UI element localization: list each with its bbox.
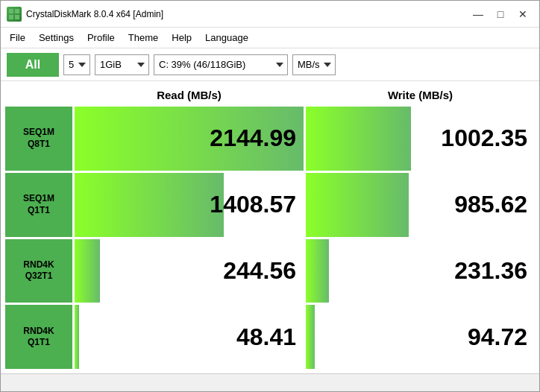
svg-rect-3 — [15, 15, 19, 19]
read-cell-1: 1408.57 — [75, 173, 304, 237]
data-row-2: RND4K Q32T1 244.56 231.36 — [5, 239, 535, 303]
data-row-3: RND4K Q1T1 48.41 94.72 — [5, 305, 535, 369]
read-cell-2: 244.56 — [75, 239, 304, 303]
menu-file[interactable]: File — [4, 30, 31, 45]
write-value-2: 231.36 — [454, 257, 527, 285]
title-controls: — □ ✕ — [468, 7, 533, 22]
read-cell-0: 2144.99 — [75, 107, 304, 171]
write-bar-2 — [306, 239, 329, 303]
row-label-2: RND4K Q32T1 — [5, 239, 72, 303]
write-bar-1 — [306, 173, 409, 237]
label-col-header — [5, 86, 72, 104]
write-cell-3: 94.72 — [306, 305, 535, 369]
row-label-1: SEQ1M Q1T1 — [5, 173, 72, 237]
read-bar-1 — [75, 173, 224, 237]
svg-rect-2 — [9, 15, 13, 19]
title-bar-left: CrystalDiskMark 8.0.4 x64 [Admin] — [7, 7, 163, 22]
write-bar-3 — [306, 305, 315, 369]
window-title: CrystalDiskMark 8.0.4 x64 [Admin] — [26, 9, 163, 19]
drive-select[interactable]: C: 39% (46/118GiB) — [154, 54, 288, 75]
write-cell-0: 1002.35 — [306, 107, 535, 171]
menu-bar: File Settings Profile Theme Help Languag… — [1, 28, 539, 48]
menu-theme[interactable]: Theme — [122, 30, 164, 45]
maximize-button[interactable]: □ — [490, 7, 511, 22]
app-icon — [7, 7, 22, 22]
write-bar-0 — [306, 107, 411, 171]
data-row-1: SEQ1M Q1T1 1408.57 985.62 — [5, 173, 535, 237]
close-button[interactable]: ✕ — [512, 7, 533, 22]
menu-help[interactable]: Help — [166, 30, 198, 45]
row-label-3: RND4K Q1T1 — [5, 305, 72, 369]
read-value-3: 48.41 — [236, 323, 296, 351]
read-bar-2 — [75, 239, 100, 303]
minimize-button[interactable]: — — [468, 7, 489, 22]
write-value-3: 94.72 — [468, 323, 527, 351]
svg-rect-0 — [9, 9, 13, 13]
row-label-0: SEQ1M Q8T1 — [5, 107, 72, 171]
write-cell-1: 985.62 — [306, 173, 535, 237]
write-header: Write (MB/s) — [306, 86, 535, 104]
read-header: Read (MB/s) — [75, 86, 304, 104]
menu-language[interactable]: Language — [199, 30, 254, 45]
svg-rect-1 — [15, 9, 19, 13]
data-row-0: SEQ1M Q8T1 2144.99 1002.35 — [5, 107, 535, 171]
write-value-1: 985.62 — [454, 191, 527, 218]
read-value-2: 244.56 — [223, 257, 296, 285]
all-button[interactable]: All — [7, 53, 59, 77]
read-cell-3: 48.41 — [75, 305, 304, 369]
passes-select[interactable]: 5 1 3 — [63, 54, 90, 75]
menu-profile[interactable]: Profile — [81, 30, 121, 45]
read-value-1: 1408.57 — [210, 191, 296, 218]
toolbar: All 5 1 3 1GiB 512MiB 2GiB C: 39% (46/11… — [1, 48, 539, 81]
menu-settings[interactable]: Settings — [33, 30, 80, 45]
content-area: Read (MB/s) Write (MB/s) SEQ1M Q8T1 2144… — [1, 81, 539, 373]
unit-select[interactable]: MB/s GB/s — [292, 54, 336, 75]
read-value-0: 2144.99 — [210, 124, 296, 152]
title-bar: CrystalDiskMark 8.0.4 x64 [Admin] — □ ✕ — [1, 1, 539, 28]
size-select[interactable]: 1GiB 512MiB 2GiB — [95, 54, 149, 75]
write-cell-2: 231.36 — [306, 239, 535, 303]
header-row: Read (MB/s) Write (MB/s) — [5, 86, 535, 104]
main-window: CrystalDiskMark 8.0.4 x64 [Admin] — □ ✕ … — [0, 0, 540, 392]
write-value-0: 1002.35 — [441, 124, 527, 152]
status-bar — [1, 373, 539, 391]
read-bar-3 — [75, 305, 79, 369]
